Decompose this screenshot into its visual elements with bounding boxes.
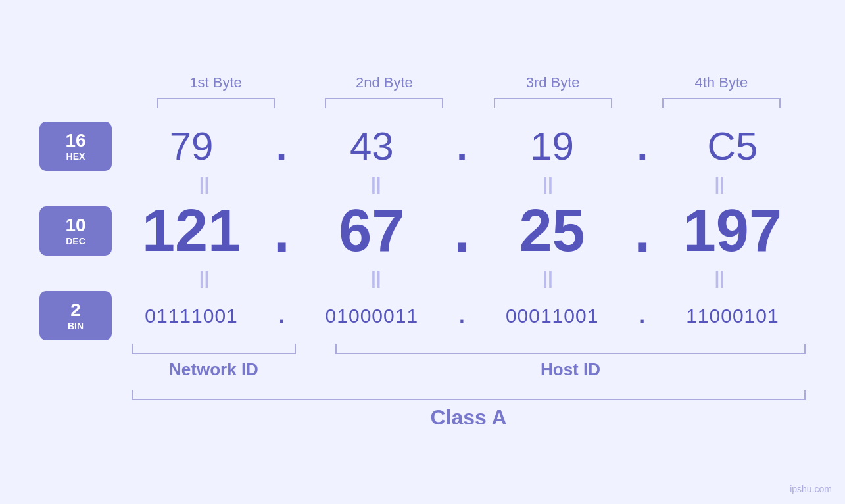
bin-badge: 2 BIN bbox=[39, 291, 112, 340]
labels-row: Network ID Host ID bbox=[132, 359, 806, 380]
bin-byte-4: 11000101 bbox=[667, 305, 798, 327]
dec-values: 121 . 67 . 25 . 197 bbox=[118, 197, 806, 265]
class-label: Class A bbox=[132, 405, 806, 430]
hex-byte-4: C5 bbox=[667, 124, 798, 169]
byte-header-1: 1st Byte bbox=[150, 74, 281, 91]
equals-1: || bbox=[139, 173, 270, 195]
equals-5: || bbox=[139, 267, 270, 288]
bin-dot-1: . bbox=[272, 306, 291, 326]
bracket-host bbox=[335, 344, 806, 354]
hex-base-label: HEX bbox=[66, 151, 85, 162]
hex-row: 16 HEX 79 . 43 . 19 . C5 bbox=[39, 122, 806, 171]
equals-row-2: || || || || bbox=[118, 265, 806, 291]
network-id-label: Network ID bbox=[132, 359, 296, 380]
equals-4: || bbox=[654, 173, 785, 195]
equals-7: || bbox=[482, 267, 614, 288]
hex-dot-2: . bbox=[452, 127, 471, 166]
dec-dot-3: . bbox=[633, 202, 652, 261]
class-bracket bbox=[132, 390, 806, 400]
byte-header-3: 3rd Byte bbox=[487, 74, 619, 91]
hex-badge: 16 HEX bbox=[39, 122, 112, 171]
byte-headers: 1st Byte 2nd Byte 3rd Byte 4th Byte bbox=[39, 74, 806, 91]
hex-byte-2: 43 bbox=[306, 124, 437, 169]
dec-byte-1: 121 bbox=[126, 197, 257, 265]
hex-base-number: 16 bbox=[65, 131, 85, 151]
equals-3: || bbox=[482, 173, 614, 195]
bin-values: 01111001 . 01000011 . 00011001 . 1100010… bbox=[118, 305, 806, 327]
byte-header-row: 1st Byte 2nd Byte 3rd Byte 4th Byte bbox=[132, 74, 806, 91]
bracket-top-1 bbox=[157, 98, 275, 108]
dec-dot-1: . bbox=[272, 202, 291, 261]
watermark: ipshu.com bbox=[790, 484, 832, 494]
dec-byte-3: 25 bbox=[487, 197, 618, 265]
bin-byte-3: 00011001 bbox=[487, 305, 618, 327]
bin-base-number: 2 bbox=[70, 300, 81, 321]
byte-header-2: 2nd Byte bbox=[318, 74, 450, 91]
dec-row: 10 DEC 121 . 67 . 25 . 197 bbox=[39, 197, 806, 265]
dec-badge: 10 DEC bbox=[39, 206, 112, 256]
hex-dot-1: . bbox=[272, 127, 291, 166]
byte-header-4: 4th Byte bbox=[656, 74, 787, 91]
dec-dot-2: . bbox=[452, 202, 471, 261]
bin-base-label: BIN bbox=[68, 321, 84, 331]
equals-2: || bbox=[310, 173, 442, 195]
hex-byte-1: 79 bbox=[126, 124, 257, 169]
dec-byte-2: 67 bbox=[306, 197, 437, 265]
hex-dot-3: . bbox=[633, 127, 652, 166]
host-id-label: Host ID bbox=[335, 359, 806, 380]
bracket-top-4 bbox=[662, 98, 781, 108]
bin-dot-2: . bbox=[452, 306, 471, 326]
bracket-top-2 bbox=[325, 98, 443, 108]
equals-6: || bbox=[310, 267, 442, 288]
dec-base-label: DEC bbox=[66, 236, 85, 246]
hex-values: 79 . 43 . 19 . C5 bbox=[118, 124, 806, 169]
bracket-network bbox=[132, 344, 296, 354]
bin-row: 2 BIN 01111001 . 01000011 . 00011001 . 1… bbox=[39, 291, 806, 340]
equals-8: || bbox=[654, 267, 785, 288]
bracket-top-3 bbox=[494, 98, 612, 108]
top-brackets bbox=[132, 98, 806, 108]
bin-dot-3: . bbox=[633, 306, 652, 326]
bottom-brackets bbox=[132, 344, 806, 354]
main-container: 1st Byte 2nd Byte 3rd Byte 4th Byte 16 H… bbox=[0, 0, 845, 504]
bin-byte-1: 01111001 bbox=[126, 305, 257, 327]
dec-base-number: 10 bbox=[65, 216, 85, 236]
equals-row-1: || || || || bbox=[118, 171, 806, 197]
dec-byte-4: 197 bbox=[667, 197, 798, 265]
hex-byte-3: 19 bbox=[487, 124, 618, 169]
bin-byte-2: 01000011 bbox=[306, 305, 437, 327]
